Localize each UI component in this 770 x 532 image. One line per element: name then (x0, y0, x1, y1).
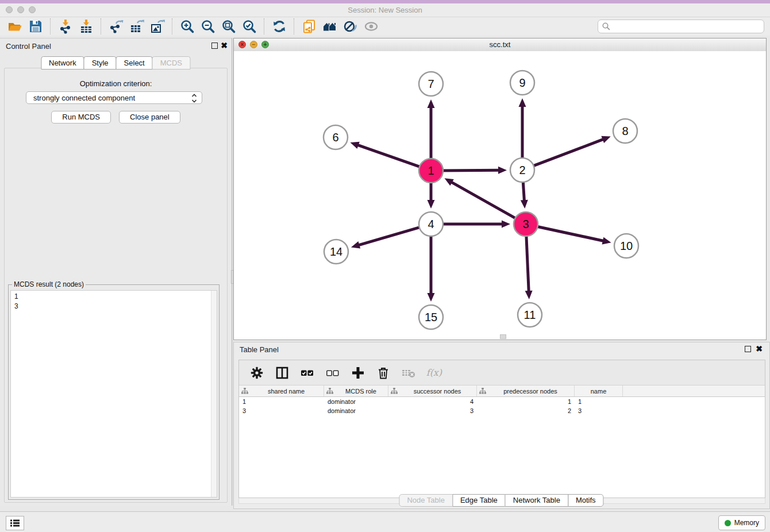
table-cell[interactable]: dominator (324, 406, 388, 415)
zoom-in-icon (180, 19, 195, 34)
run-mcds-button[interactable]: Run MCDS (51, 111, 111, 124)
deselect-all-button[interactable] (324, 364, 341, 381)
control-panel-tabs: NetworkStyleSelectMCDS (41, 56, 190, 70)
graph-canvas[interactable]: 7968124314101511 (234, 51, 766, 340)
settings-button[interactable] (248, 364, 265, 381)
mcds-result-list[interactable]: 13 (10, 290, 217, 498)
open-session-button[interactable] (5, 18, 25, 35)
column-hierarchy-icon (326, 388, 333, 394)
search-input[interactable] (611, 21, 764, 32)
graph-edge-3-11[interactable] (526, 233, 529, 292)
delete-column-button[interactable] (375, 364, 392, 381)
table-cell[interactable]: 1 (575, 397, 623, 406)
network-canvas[interactable]: 7968124314101511 (234, 51, 766, 340)
zoom-out-button[interactable] (198, 18, 218, 35)
table-cell[interactable]: 3 (388, 406, 477, 415)
column-header-successor-nodes[interactable]: successor nodes (388, 385, 477, 396)
graph-edge-1-2[interactable] (440, 170, 499, 171)
column-layout-button[interactable] (274, 364, 291, 381)
table-row[interactable]: 1dominator411 (239, 397, 765, 406)
mcds-result-scrollbar[interactable] (211, 291, 217, 497)
tab-motifs[interactable]: Motifs (568, 494, 604, 507)
list-icon (10, 519, 20, 527)
column-header-predecessor-nodes[interactable]: predecessor nodes (477, 385, 575, 396)
table-row[interactable]: 3dominator323 (239, 406, 765, 415)
graph-edge-arrow (428, 200, 435, 209)
close-panel-button[interactable]: Close panel (119, 111, 180, 124)
export-network-button[interactable] (106, 18, 126, 35)
table-cell[interactable]: 3 (575, 406, 623, 415)
mcds-buttons-row: Run MCDS Close panel (5, 111, 227, 124)
tab-select[interactable]: Select (116, 56, 153, 70)
refresh-button[interactable] (269, 18, 290, 35)
graph-edge-2-8[interactable] (530, 139, 604, 167)
window-title: Session: New Session (0, 6, 770, 14)
graph-edge-3-10[interactable] (534, 226, 604, 241)
tab-mcds[interactable]: MCDS (152, 56, 190, 70)
tab-style[interactable]: Style (84, 56, 117, 70)
graph-edge-arrow (601, 136, 610, 143)
graph-edge-4-14[interactable] (358, 226, 422, 245)
control-panel: Control Panel ✖ NetworkStyleSelectMCDS O… (0, 38, 232, 506)
import-table-button[interactable] (76, 18, 97, 35)
table-panel: Table Panel ✖ f(x) shared nameMCDS roles… (233, 342, 770, 509)
svg-text:f(x): f(x) (426, 367, 442, 378)
import-network-button[interactable] (55, 18, 76, 35)
settings-icon (249, 365, 264, 380)
table-panel-float-button[interactable] (745, 346, 751, 352)
tab-network[interactable]: Network (41, 56, 84, 70)
export-table-button[interactable] (126, 18, 147, 35)
zoom-selected-button[interactable] (239, 18, 260, 35)
column-header-mcds-role[interactable]: MCDS role (324, 385, 388, 396)
search-field[interactable] (598, 20, 764, 33)
mcds-result-title: MCDS result (2 nodes) (12, 280, 86, 288)
graph-edge-1-6[interactable] (357, 145, 423, 168)
function-builder-icon: f(x) (425, 365, 442, 380)
control-panel-float-button[interactable] (211, 43, 218, 49)
eye-button[interactable] (361, 18, 382, 35)
graph-node-label-3: 3 (522, 218, 529, 230)
tab-edge-table[interactable]: Edge Table (452, 494, 506, 507)
save-session-button[interactable] (25, 18, 46, 35)
export-image-button[interactable] (147, 18, 168, 35)
graphics-details-button[interactable] (340, 18, 361, 35)
graph-node-label-1: 1 (428, 164, 434, 177)
column-header-name[interactable]: name (575, 385, 623, 396)
delete-table-button[interactable] (400, 364, 417, 381)
mcds-result-item: 1 (14, 292, 217, 302)
add-column-button[interactable] (349, 364, 367, 381)
zoom-in-button[interactable] (177, 18, 198, 35)
main-titlebar: Session: New Session (0, 3, 770, 17)
graph-node-label-2: 2 (519, 164, 525, 176)
home-button[interactable] (319, 18, 340, 35)
table-cell[interactable]: 4 (388, 397, 477, 406)
memory-button[interactable]: Memory (718, 515, 765, 530)
network-resize-grip[interactable] (500, 334, 506, 339)
column-header-shared-name[interactable]: shared name (239, 385, 324, 396)
function-builder-button[interactable]: f(x) (425, 364, 442, 381)
control-panel-title: Control Panel (6, 42, 51, 51)
table-cell[interactable]: dominator (324, 397, 388, 406)
tab-network-table[interactable]: Network Table (505, 494, 568, 507)
tab-node-table[interactable]: Node Table (399, 494, 453, 507)
graph-edge-3-1[interactable] (451, 182, 518, 220)
select-stepper-icon (191, 93, 197, 103)
table-cell[interactable]: 3 (239, 406, 324, 415)
table-panel-close-button[interactable]: ✖ (756, 344, 763, 353)
task-history-button[interactable] (6, 516, 24, 530)
graph-edge-arrow (428, 99, 435, 108)
optimization-criterion-select[interactable]: strongly connected component (26, 91, 202, 104)
control-panel-close-button[interactable]: ✖ (221, 41, 228, 50)
table-cell[interactable]: 1 (477, 397, 575, 406)
status-bar: Memory (0, 511, 770, 532)
zoom-fit-icon (221, 19, 236, 34)
eye-icon (364, 19, 379, 34)
table-cell[interactable]: 2 (477, 406, 575, 415)
table-cell[interactable]: 1 (239, 397, 324, 406)
graphics-details-icon (343, 19, 358, 34)
select-all-button[interactable] (299, 364, 316, 381)
zoom-fit-button[interactable] (218, 18, 239, 35)
table-panel-title: Table Panel (240, 345, 279, 354)
network-from-selection-button[interactable] (299, 18, 319, 35)
column-hierarchy-icon (241, 388, 248, 394)
